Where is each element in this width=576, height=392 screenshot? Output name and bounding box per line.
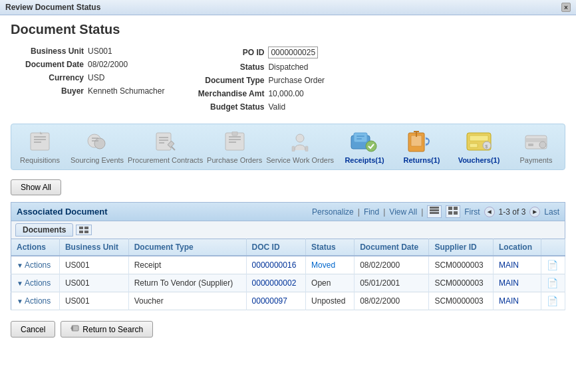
view-all-link[interactable]: View All xyxy=(389,207,417,217)
show-all-button[interactable]: Show All xyxy=(11,179,61,195)
pipeline-item-service-work-orders[interactable]: Service Work Orders xyxy=(266,130,334,164)
cell-location-2: MAIN xyxy=(494,292,541,310)
col-document-type: Document Type xyxy=(128,239,246,256)
col-icon xyxy=(541,239,565,256)
actions-link-0[interactable]: ▼ Actions xyxy=(17,260,54,270)
pipeline-container: Requisitions Sourcing Events xyxy=(11,124,565,170)
pipeline-item-sourcing-events[interactable]: Sourcing Events xyxy=(71,130,124,164)
svg-rect-48 xyxy=(84,231,88,233)
document-date-value: 08/02/2000 xyxy=(88,60,128,69)
cancel-button[interactable]: Cancel xyxy=(11,321,55,338)
po-id-row: PO ID 0000000025 xyxy=(191,47,325,58)
pipeline-item-returns[interactable]: Returns(1) xyxy=(395,130,448,164)
location-link-0[interactable]: MAIN xyxy=(499,260,519,270)
location-link-1[interactable]: MAIN xyxy=(499,278,519,288)
table-icon-1[interactable] xyxy=(427,205,442,218)
window-close-button[interactable]: × xyxy=(561,3,571,12)
svg-rect-36 xyxy=(528,144,533,146)
cell-status-0: Moved xyxy=(306,256,355,274)
cell-icon-0: 📄 xyxy=(541,256,565,274)
find-link[interactable]: Find xyxy=(364,207,379,217)
cell-status-2: Unposted xyxy=(306,292,355,310)
actions-link-2[interactable]: ▼ Actions xyxy=(17,296,54,306)
row-doc-icon-1[interactable]: 📄 xyxy=(547,278,558,288)
return-icon xyxy=(71,324,80,334)
pipeline-item-receipts[interactable]: Receipts(1) xyxy=(338,130,391,164)
cell-location-1: MAIN xyxy=(494,274,541,292)
procurement-contracts-icon xyxy=(151,130,180,153)
return-to-search-button[interactable]: Return to Search xyxy=(61,321,153,338)
document-type-value: Purchase Order xyxy=(268,76,325,85)
pipeline-label-requisitions: Requisitions xyxy=(20,156,60,164)
cell-document-type-2: Voucher xyxy=(128,292,246,310)
cell-business-unit-2: US001 xyxy=(59,292,128,310)
currency-row: Currency USD xyxy=(11,73,164,82)
svg-point-24 xyxy=(366,141,376,151)
row-doc-icon-0[interactable]: 📄 xyxy=(547,260,558,270)
tab-grid-icon[interactable] xyxy=(76,225,92,235)
location-link-2[interactable]: MAIN xyxy=(499,296,519,306)
pipeline-label-payments: Payments xyxy=(520,156,553,164)
table-header-row: Actions Business Unit Document Type DOC … xyxy=(11,239,565,256)
budget-status-value: Valid xyxy=(268,102,285,112)
actions-arrow-0: ▼ xyxy=(17,262,23,269)
po-id-value: 0000000025 xyxy=(268,47,318,58)
nav-last[interactable]: Last xyxy=(544,207,559,217)
pipeline-label-sourcing-events: Sourcing Events xyxy=(71,156,124,164)
cell-supplier-id-2: SCM0000003 xyxy=(429,292,494,310)
svg-rect-25 xyxy=(357,136,364,137)
pipeline-label-procurement-contracts: Procurement Contracts xyxy=(128,156,203,164)
cell-status-1: Open xyxy=(306,274,355,292)
svg-rect-42 xyxy=(454,207,458,210)
pipeline-item-procurement-contracts[interactable]: Procurement Contracts xyxy=(128,130,203,164)
nav-first[interactable]: First xyxy=(464,207,480,217)
doc-id-link-0[interactable]: 0000000016 xyxy=(252,260,297,270)
svg-rect-21 xyxy=(305,146,308,151)
personalize-link[interactable]: Personalize xyxy=(312,207,354,217)
currency-value: USD xyxy=(88,73,104,82)
table-icon-2[interactable] xyxy=(446,205,460,218)
business-unit-label: Business Unit xyxy=(11,47,84,56)
svg-rect-44 xyxy=(454,211,458,215)
budget-status-row: Budget Status Valid xyxy=(191,102,325,112)
svg-text:$: $ xyxy=(485,144,488,149)
table-tools: Personalize | Find | View All | First ◄ … xyxy=(312,205,559,218)
row-doc-icon-2[interactable]: 📄 xyxy=(547,296,558,306)
tab-row: Documents xyxy=(11,221,565,239)
vouchers-icon: $ xyxy=(464,130,494,153)
business-unit-row: Business Unit US001 xyxy=(11,47,164,56)
nav-prev-button[interactable]: ◄ xyxy=(484,207,495,217)
receipts-icon xyxy=(350,130,379,153)
associated-document-table: Actions Business Unit Document Type DOC … xyxy=(11,239,565,310)
cell-document-date-0: 08/02/2000 xyxy=(355,256,429,274)
pipeline-label-purchase-orders: Purchase Orders xyxy=(207,156,262,164)
tab-documents[interactable]: Documents xyxy=(15,223,73,237)
doc-id-link-2[interactable]: 00000097 xyxy=(252,296,287,306)
page-title: Document Status xyxy=(11,22,565,37)
table-row: ▼ Actions US001 Receipt 0000000016 Moved… xyxy=(11,256,565,274)
cell-icon-1: 📄 xyxy=(541,274,565,292)
actions-link-1[interactable]: ▼ Actions xyxy=(17,278,54,288)
col-doc-id: DOC ID xyxy=(246,239,306,256)
cell-document-type-1: Return To Vendor (Supplier) xyxy=(128,274,246,292)
buyer-value: Kenneth Schumacher xyxy=(88,86,164,96)
svg-rect-20 xyxy=(292,146,295,151)
window-title: Review Document Status xyxy=(5,3,100,12)
service-work-orders-icon xyxy=(285,130,315,153)
svg-rect-40 xyxy=(430,212,439,214)
svg-rect-23 xyxy=(354,133,367,142)
pipeline-item-vouchers[interactable]: $ Vouchers(1) xyxy=(452,130,505,164)
pipeline-item-purchase-orders[interactable]: Purchase Orders xyxy=(207,130,262,164)
pipeline-item-payments[interactable]: Payments xyxy=(509,130,563,164)
doc-id-link-1[interactable]: 0000000002 xyxy=(252,278,297,288)
nav-next-button[interactable]: ► xyxy=(529,207,540,217)
nav-count: 1-3 of 3 xyxy=(499,207,526,217)
svg-rect-45 xyxy=(79,227,83,229)
pipeline-item-requisitions[interactable]: Requisitions xyxy=(13,130,67,164)
buyer-row: Buyer Kenneth Schumacher xyxy=(11,86,164,96)
pipeline-label-receipts: Receipts(1) xyxy=(345,156,384,164)
cell-document-date-2: 08/02/2000 xyxy=(355,292,429,310)
purchase-orders-icon xyxy=(220,130,249,153)
svg-rect-18 xyxy=(232,132,237,136)
table-row: ▼ Actions US001 Return To Vendor (Suppli… xyxy=(11,274,565,292)
